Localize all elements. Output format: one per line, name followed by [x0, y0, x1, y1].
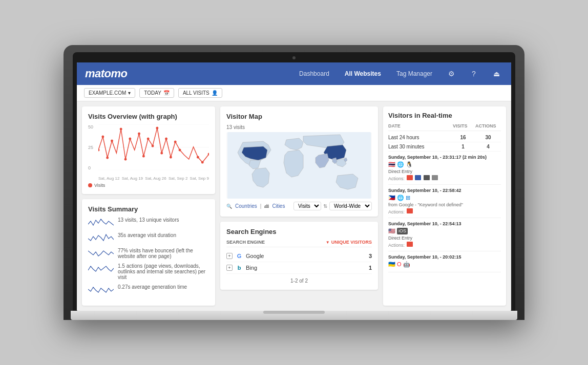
map-container	[226, 132, 372, 199]
svg-point-18	[174, 141, 177, 143]
google-label[interactable]: Google	[246, 253, 264, 259]
site-selector-label: EXAMPLE.COM	[89, 90, 126, 96]
svg-point-4	[101, 136, 104, 138]
site-selector-button[interactable]: EXAMPLE.COM ▾	[84, 88, 135, 98]
cities-icon: 🏙	[264, 204, 269, 209]
rt-visit-icons-3: 🇺🇸 iOS	[388, 228, 501, 234]
logout-icon[interactable]: ⏏	[490, 67, 503, 80]
realtime-widget: Visitors in Real-time DATE VISITS ACTION…	[383, 106, 506, 306]
screen-bezel: matomo Dashboard All Websites Tag Manage…	[73, 52, 515, 311]
expand-google-button[interactable]: +	[226, 253, 233, 259]
laptop-screen: matomo Dashboard All Websites Tag Manage…	[77, 62, 511, 311]
nav-dashboard[interactable]: Dashboard	[296, 68, 332, 79]
rt-label-30min: Last 30 minutes	[388, 144, 451, 149]
action-icon-dark	[424, 175, 430, 180]
countries-link[interactable]: Countries	[235, 203, 257, 209]
summary-item-visits: 13 visits, 13 unique visitors	[88, 217, 209, 228]
region-select[interactable]: World-Wide	[329, 202, 372, 210]
visits-select[interactable]: Visits	[293, 202, 321, 210]
middle-column: Visitor Map 13 visits	[220, 106, 378, 306]
rt-row-24h: Last 24 hours 16 30	[388, 133, 501, 142]
svg-point-11	[142, 155, 145, 158]
svg-point-8	[124, 158, 127, 161]
rt-actions-24h: 30	[475, 135, 501, 140]
se-row-bing: + b Bing 1	[226, 262, 372, 274]
expand-bing-button[interactable]: +	[226, 265, 233, 271]
se-col-unique: ▼ UNIQUE VISITORS	[326, 240, 372, 245]
search-engines-widget: Search Engines SEARCH ENGINE ▼ UNIQUE VI…	[220, 222, 378, 290]
search-engines-title: Search Engines	[226, 228, 372, 235]
rt-visit-actions-3: Actions:	[388, 242, 501, 248]
rt-visit-label-3: Direct Entry	[388, 235, 501, 241]
x-label-2: Sat, Aug 19	[122, 176, 143, 181]
date-selector-button[interactable]: TODAY 📅	[139, 88, 174, 98]
toolbar: EXAMPLE.COM ▾ TODAY 📅 ALL VISITS 👤	[77, 85, 511, 101]
sort-icon: ⇅	[323, 203, 327, 209]
svg-point-5	[106, 157, 109, 159]
summary-item-bounce: 77% visits have bounced (left the websit…	[88, 248, 209, 259]
user-icon: 👤	[212, 90, 218, 96]
rt-visit-date-3: Sunday, September 10, - 22:54:13	[388, 221, 501, 226]
svg-point-6	[111, 140, 113, 142]
y-label-0: 0	[88, 165, 93, 170]
left-column: Visits Overview (with graph) 50 25 0	[82, 106, 215, 306]
flag-ukraine: 🇺🇦	[388, 261, 395, 268]
se-col-name: SEARCH ENGINE	[226, 240, 265, 245]
x-label-4: Sat, Sep 2	[169, 176, 187, 181]
rt-visit-icons-1: 🇹🇭 🌐 🐧	[388, 161, 501, 168]
rt-visit-actions-2: Actions:	[388, 208, 501, 214]
map-right-controls: Visits ⇅ World-Wide	[293, 202, 372, 210]
y-label-50: 50	[88, 124, 93, 130]
visits-overview-title: Visits Overview (with graph)	[88, 113, 209, 120]
y-label-25: 25	[88, 145, 93, 150]
laptop-frame: matomo Dashboard All Websites Tag Manage…	[64, 45, 524, 320]
legend-dot	[88, 183, 92, 187]
action-icon-tag	[432, 175, 438, 180]
rt-visit-label-1: Direct Entry	[388, 169, 501, 174]
rt-visit-icons-4: 🇺🇦 O 🤖	[388, 261, 501, 268]
summary-text-duration: 35s average visit duration	[118, 232, 176, 238]
rt-visit-label-2: from Google - "Keyword not defined"	[388, 202, 501, 207]
actions-label-2: Actions:	[388, 209, 405, 214]
dropdown-arrow-icon: ▾	[128, 90, 131, 96]
bing-label[interactable]: Bing	[246, 265, 257, 271]
svg-point-17	[170, 156, 172, 159]
sparkline-duration	[88, 232, 114, 244]
svg-point-10	[138, 133, 140, 135]
camera-dot	[292, 56, 296, 59]
segment-selector-button[interactable]: ALL VISITS 👤	[178, 88, 222, 98]
gear-icon[interactable]: ⚙	[445, 67, 458, 80]
line-chart-svg	[98, 124, 209, 170]
action-icon-red	[407, 175, 413, 180]
help-icon[interactable]: ?	[467, 67, 480, 80]
rt-header-actions: ACTIONS	[475, 123, 501, 128]
rt-header-visits: VISITS	[453, 123, 473, 128]
nav-tag-manager[interactable]: Tag Manager	[393, 68, 435, 79]
rt-visit-entry-1: Sunday, September 10, - 23:31:17 (2 min …	[388, 152, 501, 185]
cities-link[interactable]: Cities	[272, 203, 285, 209]
ios-icon: iOS	[397, 228, 408, 234]
rt-table-header: DATE VISITS ACTIONS	[388, 123, 501, 131]
rt-header-date: DATE	[388, 123, 451, 128]
x-label-1: Sat, Aug 12	[98, 176, 119, 181]
svg-point-12	[147, 138, 150, 140]
rt-visits-24h: 16	[453, 135, 473, 140]
trackpad-notch	[263, 311, 325, 314]
linux-icon: 🐧	[406, 161, 413, 168]
nav-all-websites[interactable]: All Websites	[342, 68, 384, 79]
date-selector-label: TODAY	[144, 90, 161, 96]
rt-label-24h: Last 24 hours	[388, 135, 451, 140]
summary-item-actions: 1.5 actions (page views, downloads, outl…	[88, 263, 209, 280]
x-label-5: Sat, Sep 9	[190, 176, 209, 181]
flag-philippines: 🇵🇭	[388, 195, 395, 201]
bing-count: 1	[369, 265, 372, 271]
actions-label-1: Actions:	[388, 176, 405, 181]
svg-point-13	[152, 145, 154, 147]
realtime-title: Visitors in Real-time	[388, 112, 501, 119]
action-icon-red-2	[407, 208, 413, 213]
sparkline-gentime	[88, 284, 114, 295]
se-pagination: 1-2 of 2	[226, 278, 372, 284]
svg-point-3	[98, 149, 99, 152]
rt-visit-entry-4: Sunday, September 10, - 20:02:15 🇺🇦 O 🤖	[388, 251, 501, 272]
rt-visit-date-4: Sunday, September 10, - 20:02:15	[388, 254, 501, 260]
